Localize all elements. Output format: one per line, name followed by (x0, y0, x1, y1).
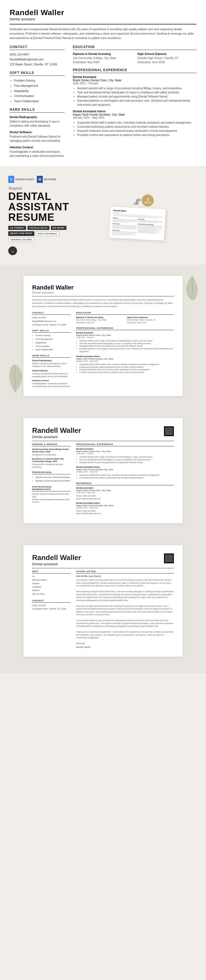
rp-hard-0-title: Dental Radiography: (32, 359, 70, 362)
marketing-right: 3 PAGES 🖇 Randell Waller Dental assistan… (77, 192, 198, 239)
google-docs-icon-box: G GOOGLE DOCS (8, 176, 34, 183)
rp-ref-0-dates: June 2019 – May 2021 (76, 492, 174, 493)
rp-d2-0-1: Took and developed dental radiographs (X… (79, 458, 174, 461)
edu-degree-1: High School Diploma (137, 52, 196, 56)
leaf-left-icon (3, 362, 27, 396)
contact-phone: (555) 123-4567 (10, 52, 65, 57)
rp-d2-0-2: Managed patient records and appointments… (79, 461, 174, 464)
rp-ref-0-title: Dental Assistant (76, 487, 174, 489)
badge-ms-word: MS WORD (51, 226, 67, 230)
rp-professional-title: Professional (32, 471, 70, 474)
rp-skill-4: Team Collaboration (35, 348, 70, 352)
rp-divider-3 (32, 568, 174, 568)
rp-job-1-company: Happy Teeth Family Dentistry, City, Stat… (76, 358, 174, 360)
rp-body-2: Honors & Awards Dental Assistant Award-B… (32, 443, 174, 515)
duty-1-1: Conducted preliminary patient assessment… (77, 125, 196, 129)
rp-ref-1-company: Happy Teeth Family Dentistry, City, Stat… (76, 504, 174, 507)
job-duties-0: Assisted dentists with a range of proced… (73, 86, 196, 107)
rp-right-2: Professional Experience Dental Assistant… (76, 443, 174, 515)
skill-radiography-text: Skilled in taking and developing X-rays … (10, 119, 65, 128)
resume-body: Contact (555) 123-4567 RandellWaller@ema… (10, 45, 196, 158)
rp-hard-1-title: Dental Software: (32, 369, 70, 372)
marketing-section: G GOOGLE DOCS W MS WORD Template DENTAL … (0, 166, 206, 265)
section-page-3-wrap: Randell Waller Dental assistant Dedicate… (0, 265, 206, 407)
rp-address: 123 Maple Street, Cityville, ST 12345 (32, 323, 70, 327)
rp-exp-title-2: Professional Experience (76, 443, 174, 446)
resume-title: Dental assistant (10, 17, 196, 21)
contact-section-title: Contact (10, 45, 65, 50)
rp-edu-school-0: City Community College, City, State (76, 318, 123, 321)
paperclip-icon: 🖇 (110, 197, 165, 207)
rp-duty-1-2: Prepared treatment rooms and ensured pro… (79, 368, 174, 371)
rp-duty-0-2: Managed patient records and appointments… (79, 345, 174, 347)
rp-honor-0-title: Dental Assistant Award-Bright Smiles Den… (32, 448, 70, 453)
rp-d2-1-0: Supported dental staff in patient care, … (79, 474, 174, 477)
edu-school-0: City Community College, City, State (73, 56, 132, 60)
rp-cover-salutation: Dear Mr./Ms. [Last Name], (76, 575, 174, 578)
skill-infection-title: Infection Control: (10, 146, 65, 149)
rp-memberships-text: Member-American Dental Association 2021-… (32, 493, 70, 498)
rp-info-address: Address (32, 589, 70, 592)
badge-colors: CHANGE COLORS (8, 237, 34, 242)
rp-edu-grad-0: Graduated: May 2020 (76, 321, 123, 324)
template-title-line1: DENTAL (8, 191, 69, 202)
rp-info-position: Position (32, 582, 70, 585)
skill-problem-solving: Problem-Solving (14, 78, 65, 83)
rp-soft-list: Problem-Solving Time Management Adaptabi… (32, 334, 70, 352)
rp-edu-grad-1: Graduated: June 2018 (127, 321, 174, 324)
rp-ref-0-phone: Phone: (555) 123-4567 (76, 495, 174, 497)
rp-ref-0-email: Email: reference@email.com (76, 497, 174, 500)
rp-right-1: Education Diploma in Dental Assisting Ci… (76, 312, 174, 388)
rp-job-0-company: Bright Smiles Dental Clinic, City, State (76, 334, 174, 336)
duty-0-2: Managed patient records and appointments… (77, 94, 196, 99)
rp-skill-2: Adaptability (35, 341, 70, 345)
rp-duty-0-0: Assisted dentists with a range of proced… (79, 339, 174, 342)
duty-0-3: Educated patients on oral hygiene and po… (77, 99, 196, 107)
template-title-line2: ASSISTANT (8, 202, 69, 212)
duty-1-3: Provided comfort and reassurance to pati… (77, 133, 196, 137)
soft-skills-list: Problem-Solving Time Management Adaptabi… (10, 78, 65, 104)
rp-left-3: Info To: Recipient Name Position Company… (32, 570, 70, 649)
skill-adaptability: Adaptability (14, 88, 65, 94)
edu-grad-0: Graduated: May 2020 (73, 60, 132, 64)
rp-cover-closing: Sincerely, (76, 642, 174, 644)
rp-ref-1-phone: Phone: (555) 123-4567 (76, 510, 174, 512)
rp-ref-title: Reference (76, 482, 174, 485)
rp-left-1: Contact (555) 123-4567 RandellWaller@ema… (32, 312, 70, 388)
duty-1-0: Supported dental staff in patient care, … (77, 121, 196, 125)
rp-hard-2-title: Infection Control: (32, 379, 70, 382)
rp-honor-1-title: Excellence in Clinical Skills-City Commu… (32, 458, 70, 463)
leaf-right-icon (181, 273, 203, 303)
rp-info-city: City, ST 0000 (32, 592, 70, 596)
mockup-wrap: 3 PAGES 🖇 Randell Waller Dental assistan… (110, 197, 165, 239)
rp-hard-0-text: Skilled in taking and developing X-rays … (32, 362, 70, 368)
rp-name-3: Randell Waller (32, 554, 81, 562)
page5-container: Randell Waller Dental assistant Info To:… (16, 545, 190, 657)
rp-info-company: Company (32, 585, 70, 589)
rp-honors-title: Honors & Awards (32, 443, 70, 446)
skill-software-text: Proficient with [Dental Software Name] f… (10, 135, 65, 143)
section-page-5-wrap: Randell Waller Dental assistant Info To:… (0, 534, 206, 673)
rp-d2-1-1: Conducted preliminary patient assessment… (79, 477, 174, 479)
rp-ref-1-title: Dental Assistant Intern (76, 502, 174, 504)
rp-name-2: Randell Waller (32, 426, 81, 435)
rp-hard-1-text: Proficient with [Dental Software Name] f… (32, 372, 70, 378)
rp-duty-0-1: Took and developed dental radiographs (X… (79, 342, 174, 345)
download-button[interactable]: ⌄ (8, 247, 17, 255)
rp-job2-1-company: Happy Teeth Family Dentistry, City, Stat… (76, 468, 174, 471)
contact-address: 123 Maple Street, Cityville, ST 12345 (10, 62, 65, 67)
rp-job-0-date: June 2021 – Present (76, 336, 174, 338)
hard-skills-title: Hard Skills (10, 108, 65, 113)
template-label: Template (8, 186, 69, 191)
badge-row: A4 FORMAT GOOGLE DOCS MS WORD READY FOR … (8, 226, 69, 242)
rp-intro-1: Dedicated and compassionate Dental Assis… (32, 298, 174, 308)
rp-job2-1-duties: Supported dental staff in patient care, … (76, 474, 174, 479)
resume-section-1: Randell Waller Dental assistant Dedicate… (0, 0, 206, 166)
resume-intro: Dedicated and compassionate Dental Assis… (10, 27, 196, 40)
job-duties-1: Supported dental staff in patient care, … (73, 121, 196, 137)
doc-icons: G GOOGLE DOCS W MS WORD (8, 176, 69, 183)
google-docs-icon: G (8, 176, 14, 183)
experience-section-title: Professional Experience (73, 68, 196, 73)
template-title-line3: RESUME (8, 212, 69, 223)
rp-duty-1-3: Provided comfort and reassurance to pati… (79, 371, 174, 374)
